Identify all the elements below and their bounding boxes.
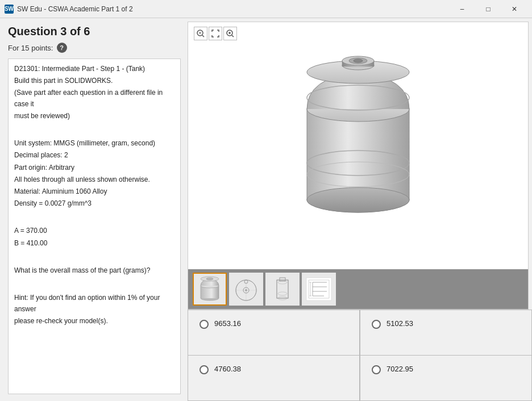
svg-point-21: [307, 187, 409, 212]
zoom-out-button[interactable]: [194, 27, 207, 40]
thumbnail-strip: [188, 269, 528, 309]
q-line-7: Part origin: Arbitrary: [14, 162, 174, 173]
svg-line-2: [202, 35, 204, 37]
maximize-button[interactable]: □: [475, 0, 501, 18]
svg-point-18: [354, 59, 363, 62]
answer-cell-2[interactable]: 5102.53: [360, 310, 532, 356]
thumbnail-3[interactable]: [265, 273, 300, 306]
window-controls: – □ ✕: [449, 0, 527, 18]
help-icon[interactable]: ?: [57, 43, 67, 53]
svg-line-6: [232, 35, 234, 37]
q-spacer-2: [14, 210, 174, 221]
q-line-13: B = 410.00: [14, 238, 174, 249]
answer-label-1: 9653.16: [214, 319, 241, 328]
3d-view: [188, 22, 528, 269]
titlebar: SW SW Edu - CSWA Academic Part 1 of 2 – …: [0, 0, 532, 18]
main-content: Question 3 of 6 For 15 points: ? D21301:…: [0, 18, 532, 401]
thumbnail-1[interactable]: [193, 273, 227, 306]
q-line-0: D21301: Intermediate Part - Step 1 - (Ta…: [14, 64, 174, 74]
answer-cell-1[interactable]: 9653.16: [188, 310, 360, 356]
svg-rect-41: [306, 278, 331, 300]
svg-point-39: [278, 292, 287, 295]
points-label: For 15 points:: [8, 44, 53, 52]
answer-grid: 9653.16 5102.53 4760.38 7022.95: [188, 310, 532, 401]
question-box: D21301: Intermediate Part - Step 1 - (Ta…: [8, 59, 181, 394]
window-title: SW Edu - CSWA Academic Part 1 of 2: [17, 5, 449, 13]
answer-label-4: 7022.95: [386, 365, 413, 373]
viewer-container: [188, 22, 529, 310]
q-line-12: A = 370.00: [14, 225, 174, 236]
q-line-3: must be reviewed): [14, 111, 174, 122]
q-line-10: Density = 0.0027 g/mm^3: [14, 198, 174, 209]
radio-1[interactable]: [200, 320, 209, 329]
answer-cell-3[interactable]: 4760.38: [188, 356, 360, 401]
q-line-8: All holes through all unless shown other…: [14, 174, 174, 185]
q-line-5: Unit system: MMGS (millimeter, gram, sec…: [14, 138, 174, 149]
thumbnail-2[interactable]: [229, 273, 263, 306]
zoom-in-button[interactable]: [223, 27, 237, 40]
q-line-6: Decimal places: 2: [14, 150, 174, 161]
q-line-15: What is the overall mass of the part (gr…: [14, 265, 174, 276]
q-line-1: Build this part in SOLIDWORKS.: [14, 76, 174, 86]
svg-point-34: [245, 289, 247, 291]
tank-model: [284, 55, 432, 237]
q-spacer-3: [14, 250, 174, 261]
radio-2[interactable]: [372, 320, 381, 329]
radio-4[interactable]: [372, 365, 381, 374]
answer-label-2: 5102.53: [386, 319, 413, 328]
q-spacer-1: [14, 123, 174, 133]
q-spacer-4: [14, 277, 174, 288]
svg-point-28: [206, 278, 213, 280]
viewer-toolbar: [194, 27, 237, 40]
question-heading: Question 3 of 6: [8, 25, 181, 38]
q-line-18: please re-check your model(s).: [14, 316, 174, 327]
close-button[interactable]: ✕: [501, 0, 527, 18]
thumbnail-4[interactable]: [302, 273, 336, 306]
points-row: For 15 points: ?: [8, 43, 181, 53]
app-icon: SW: [5, 5, 14, 14]
q-line-2: (Save part after each question in a diff…: [14, 87, 174, 109]
answer-cell-4[interactable]: 7022.95: [360, 356, 532, 401]
left-panel: Question 3 of 6 For 15 points: ? D21301:…: [0, 18, 188, 401]
q-line-17: Hint: If you don't find an option within…: [14, 293, 174, 314]
right-panel: 9653.16 5102.53 4760.38 7022.95: [188, 18, 532, 401]
answer-label-3: 4760.38: [214, 365, 241, 373]
fit-button[interactable]: [209, 27, 222, 40]
minimize-button[interactable]: –: [449, 0, 475, 18]
q-line-9: Material: Aluminium 1060 Alloy: [14, 186, 174, 197]
radio-3[interactable]: [200, 365, 209, 374]
